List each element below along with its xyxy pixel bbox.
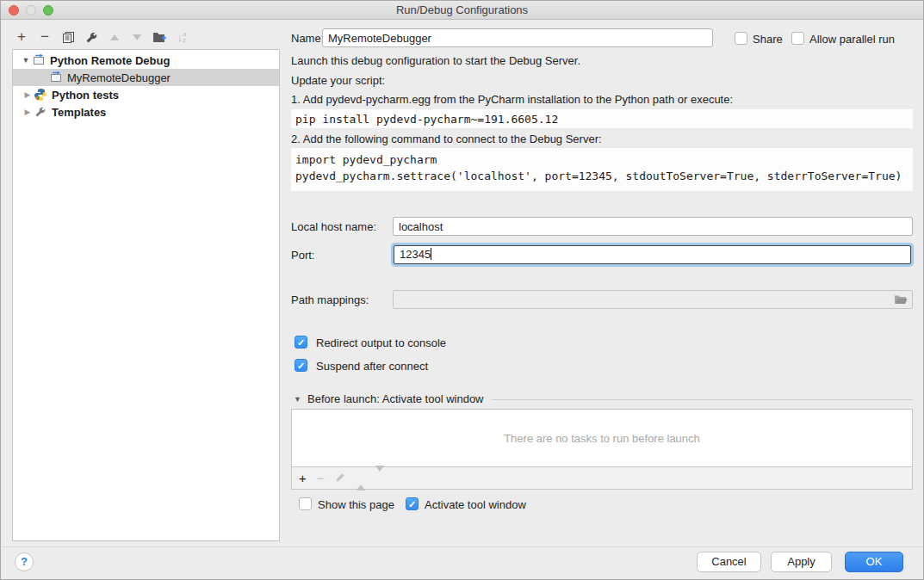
wrench-icon bbox=[85, 31, 98, 44]
zoom-button[interactable] bbox=[43, 5, 53, 15]
edit-templates-button[interactable] bbox=[83, 28, 100, 46]
plus-icon: + bbox=[17, 29, 26, 45]
arrow-up-icon bbox=[110, 34, 119, 40]
step-1-text: 1. Add pydevd-pycharm.egg from the PyCha… bbox=[291, 93, 733, 107]
footer-divider bbox=[2, 546, 922, 547]
edit-task-button bbox=[335, 472, 346, 485]
allow-parallel-run-label: Allow parallel run bbox=[809, 33, 895, 46]
description-line-1: Launch this debug configuration to start… bbox=[291, 54, 580, 68]
ok-button[interactable]: OK bbox=[845, 552, 903, 572]
move-task-down-button bbox=[375, 472, 384, 484]
local-host-name-input[interactable] bbox=[393, 217, 913, 236]
apply-button[interactable]: Apply bbox=[771, 552, 832, 572]
remote-debug-icon bbox=[49, 71, 63, 84]
code-line: import pydevd_pycharm bbox=[291, 151, 913, 168]
cancel-button[interactable]: Cancel bbox=[697, 552, 761, 572]
close-button[interactable] bbox=[9, 5, 19, 15]
tree-item-label: Templates bbox=[52, 106, 106, 119]
move-task-up-button bbox=[357, 472, 365, 484]
configuration-tree: ▼ Python Remote Debug MyRemoteDebugger ▶… bbox=[12, 49, 280, 541]
suspend-after-connect-checkbox[interactable]: ✓ bbox=[295, 359, 307, 372]
add-configuration-button[interactable]: + bbox=[13, 28, 30, 46]
window-title: Run/Debug Configurations bbox=[1, 1, 923, 19]
show-this-page-label: Show this page bbox=[318, 498, 394, 512]
port-label: Port: bbox=[291, 249, 314, 262]
tree-item-label: Python tests bbox=[52, 89, 119, 102]
titlebar: Run/Debug Configurations bbox=[1, 1, 923, 20]
path-mappings-label: Path mappings: bbox=[291, 293, 369, 307]
sort-az-icon: ↓az bbox=[177, 31, 187, 44]
text-caret bbox=[431, 248, 431, 260]
wrench-icon bbox=[34, 105, 47, 119]
arrow-down-icon bbox=[133, 34, 141, 40]
minus-icon: − bbox=[40, 29, 49, 45]
activate-tool-window-checkbox[interactable]: ✓ bbox=[406, 497, 419, 510]
tree-item-label: MyRemoteDebugger bbox=[67, 71, 171, 84]
pip-install-code-block: pip install pydevd-pycharm~=191.6605.12 bbox=[291, 109, 913, 128]
help-button[interactable]: ? bbox=[15, 552, 34, 571]
tree-item-myremotedebugger[interactable]: MyRemoteDebugger bbox=[13, 69, 279, 86]
tree-item-python-tests[interactable]: ▶ Python tests bbox=[13, 86, 279, 103]
step-2-text: 2. Add the following command to connect … bbox=[291, 133, 602, 146]
port-input[interactable]: 12345 bbox=[394, 245, 911, 264]
code-line: pydevd_pycharm.settrace('localhost', por… bbox=[291, 168, 913, 184]
chevron-right-icon[interactable]: ▶ bbox=[22, 108, 34, 116]
code-line: pip install pydevd-pycharm~=191.6605.12 bbox=[291, 111, 913, 127]
remove-task-button: − bbox=[317, 471, 325, 486]
copy-icon bbox=[62, 31, 75, 44]
activate-tool-window-label: Activate tool window bbox=[425, 498, 526, 512]
arrow-up-icon bbox=[357, 472, 365, 491]
remove-configuration-button[interactable]: − bbox=[36, 28, 53, 46]
tree-item-python-remote-debug[interactable]: ▼ Python Remote Debug bbox=[13, 52, 279, 69]
move-down-button bbox=[128, 28, 146, 46]
sort-configurations-button: ↓az bbox=[173, 28, 190, 46]
folder-plus-icon bbox=[152, 31, 167, 43]
name-input[interactable] bbox=[322, 28, 713, 47]
share-label: Share bbox=[753, 33, 783, 46]
section-divider bbox=[492, 399, 913, 400]
pencil-icon bbox=[335, 472, 346, 483]
settrace-code-block: import pydevd_pycharm pydevd_pycharm.set… bbox=[291, 148, 913, 191]
collapse-section-icon[interactable]: ▼ bbox=[294, 395, 301, 404]
tree-item-label: Python Remote Debug bbox=[50, 54, 170, 67]
run-debug-configurations-dialog: Run/Debug Configurations + − ↓az ▼ Pytho… bbox=[0, 0, 924, 580]
share-checkbox[interactable] bbox=[735, 32, 747, 45]
minimize-button bbox=[26, 5, 36, 15]
local-host-name-label: Local host name: bbox=[291, 220, 376, 234]
port-value: 12345 bbox=[400, 248, 431, 261]
description-line-2: Update your script: bbox=[291, 74, 385, 88]
empty-task-list-text: There are no tasks to run before launch bbox=[504, 432, 700, 445]
redirect-output-checkbox[interactable]: ✓ bbox=[295, 336, 307, 349]
arrow-down-icon bbox=[375, 466, 384, 484]
chevron-right-icon[interactable]: ▶ bbox=[22, 90, 34, 99]
before-launch-header: Before launch: Activate tool window bbox=[307, 392, 484, 406]
move-up-button bbox=[106, 28, 123, 46]
minus-icon: − bbox=[317, 471, 325, 485]
allow-parallel-run-checkbox[interactable] bbox=[791, 32, 804, 45]
python-tests-icon bbox=[34, 88, 47, 102]
task-list-toolbar: + − bbox=[291, 467, 913, 490]
path-mappings-input[interactable] bbox=[393, 290, 913, 309]
add-task-button[interactable]: + bbox=[299, 471, 307, 486]
redirect-output-label: Redirect output to console bbox=[316, 336, 446, 350]
name-label: Name: bbox=[291, 32, 324, 46]
before-launch-task-list[interactable]: There are no tasks to run before launch bbox=[291, 409, 913, 467]
remote-debug-icon bbox=[32, 53, 46, 67]
chevron-down-icon[interactable]: ▼ bbox=[20, 56, 32, 65]
copy-configuration-button[interactable] bbox=[59, 28, 77, 46]
new-folder-button[interactable] bbox=[151, 28, 168, 46]
show-this-page-checkbox[interactable] bbox=[299, 497, 312, 510]
tree-item-templates[interactable]: ▶ Templates bbox=[13, 103, 279, 120]
suspend-after-connect-label: Suspend after connect bbox=[316, 360, 428, 373]
plus-icon: + bbox=[299, 471, 307, 485]
browse-folder-icon[interactable] bbox=[894, 294, 908, 308]
